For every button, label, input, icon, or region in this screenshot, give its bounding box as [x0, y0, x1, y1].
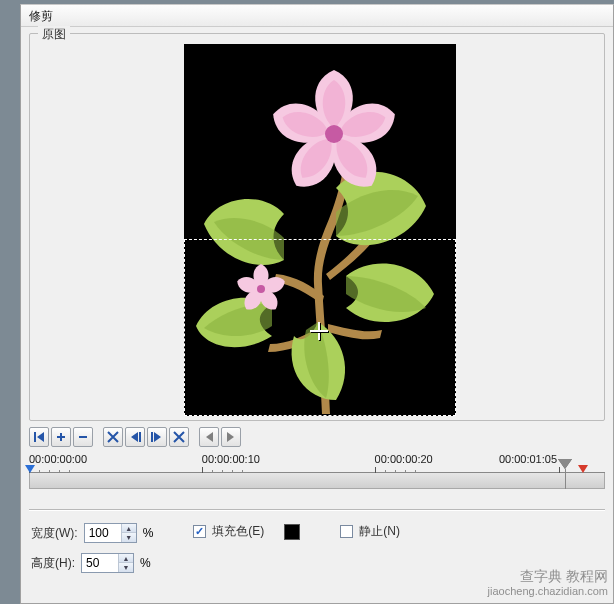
nudge-left-button[interactable]: [51, 427, 71, 447]
leaf-4: [344, 258, 436, 330]
mark-in-button[interactable]: [103, 427, 123, 447]
playhead[interactable]: [558, 459, 572, 489]
in-marker-icon[interactable]: [25, 465, 35, 473]
mark-out-button[interactable]: [169, 427, 189, 447]
timeline[interactable]: 00:00:00:00 00:00:00:10 00:00:00:20 00:0…: [29, 453, 605, 501]
loop-start-button[interactable]: [199, 427, 219, 447]
fill-color-checkbox[interactable]: [193, 525, 206, 538]
leaf-5: [282, 322, 354, 404]
title-bar: 修剪: [21, 5, 613, 27]
tick-label: 00:00:00:10: [202, 453, 260, 465]
tick-label: 00:00:00:20: [375, 453, 433, 465]
preview-group-label: 原图: [38, 26, 70, 43]
go-start-button[interactable]: [29, 427, 49, 447]
width-spinner[interactable]: ▲ ▼: [84, 523, 137, 543]
window-title: 修剪: [29, 9, 53, 23]
prev-frame-button[interactable]: [125, 427, 145, 447]
preview-group: 原图: [29, 33, 605, 421]
preview-canvas[interactable]: [184, 44, 456, 416]
preview-area[interactable]: [40, 44, 600, 416]
tick-label: 00:00:00:00: [29, 453, 87, 465]
height-input[interactable]: [82, 554, 118, 572]
svg-point-1: [257, 285, 265, 293]
height-spin-down[interactable]: ▼: [119, 563, 133, 572]
svg-point-0: [325, 125, 343, 143]
fill-color-swatch[interactable]: [284, 524, 300, 540]
next-frame-button[interactable]: [147, 427, 167, 447]
flower-small: [234, 262, 288, 316]
flower-large: [264, 62, 404, 202]
nudge-right-button[interactable]: [73, 427, 93, 447]
playback-toolbar: [29, 427, 605, 447]
percent-label: %: [143, 526, 154, 540]
loop-end-button[interactable]: [221, 427, 241, 447]
width-spin-down[interactable]: ▼: [122, 533, 136, 542]
options-panel: 宽度(W): ▲ ▼ % 高度(H): ▲: [29, 523, 605, 573]
height-spinner[interactable]: ▲ ▼: [81, 553, 134, 573]
width-spin-up[interactable]: ▲: [122, 524, 136, 533]
divider: [29, 509, 605, 511]
timeline-ruler[interactable]: 00:00:00:00 00:00:00:10 00:00:00:20 00:0…: [29, 453, 605, 473]
still-label: 静止(N): [359, 523, 400, 540]
width-input[interactable]: [85, 524, 121, 542]
timeline-track[interactable]: [29, 473, 605, 489]
height-spin-up[interactable]: ▲: [119, 554, 133, 563]
dialog-window: 修剪 原图: [20, 4, 614, 604]
still-checkbox[interactable]: [340, 525, 353, 538]
tick-label: 00:00:01:05: [499, 453, 557, 465]
fill-color-label: 填充色(E): [212, 523, 264, 540]
width-label: 宽度(W):: [31, 525, 78, 542]
percent-label: %: [140, 556, 151, 570]
height-label: 高度(H):: [31, 555, 75, 572]
out-marker-icon[interactable]: [578, 465, 588, 473]
content-area: 原图: [21, 27, 613, 581]
